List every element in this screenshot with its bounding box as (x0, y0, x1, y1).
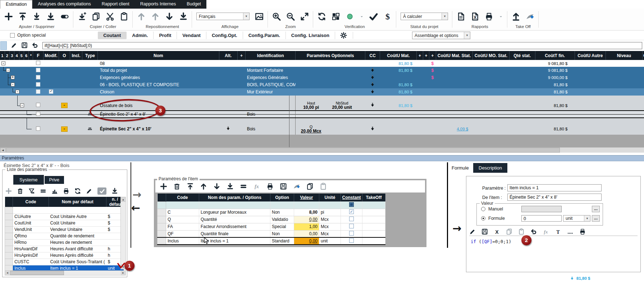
item-param-row-FA[interactable]: FA Facteur Arrondissement Special 1,00 M… (157, 223, 385, 230)
liste-row-CUAutre[interactable]: CUAutreCout Unitaire Autre$ (5, 213, 124, 220)
grid-col-10[interactable]: Incl. (70, 51, 82, 60)
apply-right-icon[interactable]: → (452, 223, 461, 234)
grid-col-25[interactable]: CoûtT fin. (535, 51, 575, 60)
coutu-mo-stat-cell[interactable] (472, 111, 509, 118)
cc-cell[interactable] (365, 123, 380, 135)
logo-icon[interactable] (526, 12, 534, 21)
tab-prive[interactable]: Prive (45, 176, 64, 184)
takeoff-cell[interactable] (362, 216, 385, 223)
nom-cell[interactable]: 06 - BOIS, PLASTIQUE ET COMPOSITE (98, 81, 219, 88)
pencil-icon[interactable] (469, 228, 476, 235)
caret-icon[interactable] (499, 14, 503, 19)
tab-budget[interactable]: Budget (181, 0, 206, 9)
constant-checkbox[interactable] (349, 202, 354, 207)
alt-cell[interactable] (219, 111, 237, 118)
alt-cell[interactable] (219, 96, 237, 101)
grid-row-0[interactable]: -0881,80 $$9 081,80 $ (0, 60, 644, 67)
f-cell[interactable] (33, 60, 44, 67)
coutt-fin-cell[interactable] (535, 96, 575, 101)
item-params-col-0[interactable]: Code (166, 194, 199, 201)
grid-col-20[interactable]: + (423, 51, 429, 60)
coutu-autre-cell[interactable] (575, 123, 606, 135)
row-selector[interactable] (157, 201, 166, 209)
coutu-mat-cell[interactable] (380, 118, 417, 123)
scissors-icon[interactable] (106, 12, 114, 21)
grid-col-12[interactable]: Nom (98, 51, 219, 60)
formule-value-field[interactable]: 0 (521, 215, 562, 222)
cout-cell[interactable] (642, 96, 644, 101)
qte-stat-cell[interactable] (509, 60, 535, 67)
o-cell[interactable] (59, 96, 70, 101)
parametres-optionnels-cell[interactable] (296, 74, 365, 81)
coutu-mat-stat-cell[interactable] (436, 67, 472, 74)
coutu-mat-stat-cell[interactable] (436, 88, 472, 96)
coutt-fin-cell[interactable]: 81,80 $ (535, 81, 575, 88)
scrollbar-thumb[interactable] (10, 271, 64, 275)
grid-col-2[interactable]: 3 (10, 51, 14, 60)
tree-expand-icon[interactable]: - (1, 61, 5, 65)
liste-horizontal-scrollbar[interactable]: ◄ ► (5, 270, 126, 275)
undo-icon[interactable] (530, 228, 537, 235)
qte-stat-cell[interactable] (509, 81, 535, 88)
down-bar-icon[interactable] (46, 12, 55, 21)
liste-row-VendUnit[interactable]: VendUnitVendeur Unitaire$ (5, 226, 124, 233)
row-selector[interactable] (5, 213, 13, 220)
printer-icon[interactable] (266, 183, 274, 190)
qte-stat-cell[interactable] (509, 101, 535, 111)
funnel-icon[interactable] (28, 188, 35, 194)
alt-cell[interactable] (219, 60, 237, 67)
arrow-up-icon[interactable] (200, 183, 207, 190)
cout-cell[interactable] (642, 118, 644, 123)
valeur-cell[interactable]: 1,00 (294, 223, 319, 230)
coutu-mat-cell[interactable] (380, 123, 417, 135)
assemblage-combo[interactable]: Assemblage et options▼ (412, 32, 470, 39)
liste-row-CoutUnit[interactable]: CoutUnitCoût Unitaire$ (5, 220, 124, 226)
coutu-mat-stat-cell[interactable] (436, 96, 472, 101)
formule-browse-button[interactable]: ... (592, 215, 600, 222)
statut-du-projet-combo[interactable]: À calculer▼ (401, 13, 448, 20)
item-params-col-4[interactable]: Unité (319, 194, 341, 201)
coutu-autre-cell[interactable] (575, 81, 606, 88)
down-plus-icon[interactable] (78, 12, 86, 21)
fx-icon[interactable]: fx (543, 228, 549, 235)
coutu-autre-cell[interactable] (575, 96, 606, 101)
coutt-fin-cell[interactable]: 9 000,00 $ (535, 74, 575, 81)
grid-row-9[interactable]: -Épinette Sec 2" x 4" x 10'BoisQ20,00 Mc… (0, 123, 644, 135)
o-cell[interactable] (59, 118, 70, 123)
grid-col-27[interactable]: Niveau (606, 51, 642, 60)
item-params-col-5[interactable]: Constant (341, 194, 362, 201)
niveau-cell[interactable] (606, 67, 642, 74)
grid-col-26[interactable]: CoûtU Autre (575, 51, 606, 60)
niveau-cell[interactable] (606, 101, 642, 111)
coutu-mat-stat-cell[interactable] (436, 118, 472, 123)
nom-cell[interactable]: Exigences générales (98, 74, 219, 81)
coutt-fin-cell[interactable]: 81,80 $ (535, 123, 575, 135)
tree-expand-icon[interactable]: - (6, 68, 10, 72)
coutt-fin-cell[interactable]: 81,80 $ (535, 88, 575, 96)
valeur-cell[interactable]: 0,00 (294, 216, 319, 223)
zoom-in-icon[interactable] (272, 12, 281, 21)
row-selector[interactable] (5, 252, 13, 259)
grid-col-9[interactable]: O (59, 51, 70, 60)
grid-col-1[interactable]: 2 (5, 51, 9, 60)
equals-icon[interactable] (240, 183, 247, 190)
caret-icon[interactable] (360, 14, 364, 19)
nom-cell[interactable]: Cloison (98, 88, 219, 96)
down-under-icon[interactable] (111, 188, 118, 194)
o-cell[interactable] (59, 88, 70, 96)
liste-row-CUSTC[interactable]: CUSTCCoût Unitaire Sous-Traitant ($ (5, 259, 124, 265)
plus-icon[interactable] (5, 188, 12, 194)
plus-icon[interactable] (4, 12, 13, 21)
mode-button-config-param-[interactable]: Config.Param. (243, 32, 286, 39)
niveau-cell[interactable] (606, 88, 642, 96)
coutu-autre-cell[interactable] (575, 74, 606, 81)
option-flag[interactable]: - (61, 103, 68, 108)
liste-row-0[interactable] (5, 207, 124, 213)
o-cell[interactable] (59, 111, 70, 118)
item-field[interactable]: Épinette Sec 2" x 4" x 8' (507, 194, 602, 201)
toggle-icon[interactable] (60, 12, 69, 21)
parametres-optionnels-cell[interactable]: Haut10,00 piNbStud20,00 unit (296, 101, 365, 111)
formula-editor[interactable]: if ([QF]=0;0;1) (469, 237, 638, 270)
scroll-left-icon[interactable]: ◄ (5, 271, 10, 275)
row-selector[interactable] (157, 223, 166, 230)
